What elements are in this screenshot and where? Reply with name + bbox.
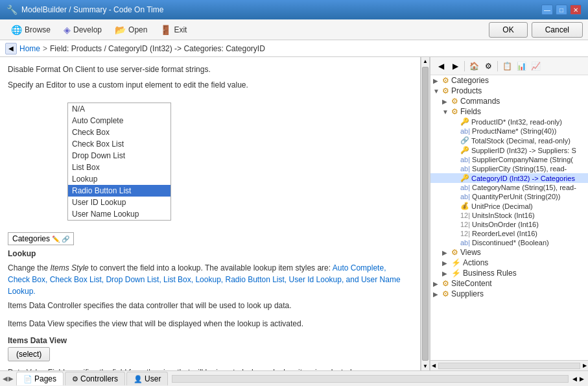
tree-item-totalstock[interactable]: 🔗 TotalStock (Decimal, read-only) [430, 136, 588, 145]
exit-menu-item[interactable]: 🚪 Exit [154, 22, 193, 38]
tree-item-suppliercompanyname[interactable]: ab| SupplierCompanyName (String( [430, 155, 588, 164]
tab-arrow-right[interactable]: ▶ [8, 375, 14, 382]
expand-businessrules[interactable]: ▶ [442, 270, 451, 277]
tree-item-productname[interactable]: ab| ProductName* (String(40)) [430, 127, 588, 136]
tab-controllers[interactable]: ⚙ Controllers [65, 372, 125, 385]
bottom-scroll-left[interactable]: ◀ [571, 374, 578, 383]
tree-item-suppliercity[interactable]: ab| SupplierCity (String(15), read- [430, 164, 588, 173]
tree-item-categoryname[interactable]: ab| CategoryName (String(15), read- [430, 183, 588, 192]
develop-label: Develop [73, 25, 102, 34]
home-link[interactable]: Home [19, 44, 40, 53]
dropdown-dropdownlist[interactable]: Drop Down List [68, 150, 171, 162]
tree-item-suppliers[interactable]: ▶ ⚙ Suppliers [430, 289, 588, 299]
expand-fields[interactable]: ▼ [442, 108, 451, 115]
tree-item-fields[interactable]: ▼ ⚙ Fields [430, 106, 588, 117]
tab-user[interactable]: 👤 User [126, 372, 168, 385]
expand-actions[interactable]: ▶ [442, 259, 451, 267]
totalstock-icon: 🔗 [460, 136, 469, 145]
maximize-button[interactable]: □ [556, 5, 567, 15]
supplierid-label: SupplierID (Int32) -> Suppliers: S [471, 147, 576, 154]
tree-item-views[interactable]: ▶ ⚙ Views [430, 247, 588, 258]
tree-item-unitprice[interactable]: 💰 UnitPrice (Decimal) [430, 201, 588, 211]
cancel-button[interactable]: Cancel [532, 22, 583, 38]
tree-item-quantityperunit[interactable]: ab| QuantityPerUnit (String(20)) [430, 192, 588, 201]
tab-pages[interactable]: 📄 Pages [16, 372, 64, 385]
items-style-dropdown[interactable]: N/A Auto Complete Check Box Check Box Li… [67, 103, 171, 221]
expand-commands[interactable]: ▶ [442, 98, 451, 105]
dropdown-autocomplete[interactable]: Auto Complete [68, 115, 171, 127]
categoryname-icon: ab| [460, 184, 470, 191]
tree-hscroll[interactable]: ◀ ▶ [430, 360, 588, 370]
dropdown-lookup[interactable]: Lookup [68, 173, 171, 185]
back-button[interactable]: ◀ [5, 43, 17, 54]
develop-menu-item[interactable]: ◈ Develop [58, 22, 108, 38]
minimize-button[interactable]: — [541, 5, 553, 15]
tree-tool-7[interactable]: 📈 [529, 60, 542, 73]
dropdown-listbox[interactable]: List Box [68, 162, 171, 173]
tree-item-businessrules[interactable]: ▶ ⚡ Business Rules [430, 268, 588, 278]
dropdown-checkbox[interactable]: Check Box [68, 127, 171, 138]
categories-label: Categories [451, 76, 489, 85]
tree-item-discontinued[interactable]: ab| Discontinued* (Boolean) [430, 238, 588, 247]
productname-label: ProductName* (String(40)) [472, 127, 556, 135]
tree-tool-5[interactable]: 📋 [500, 60, 513, 73]
close-button[interactable]: ✕ [570, 5, 582, 15]
dropdown-radiobuttonlist[interactable]: Radio Button List [68, 185, 171, 197]
develop-icon: ◈ [64, 25, 71, 35]
scroll-thumb[interactable] [422, 67, 429, 361]
reorderlevel-label: ReorderLevel (Int16) [472, 230, 537, 237]
tree-item-categoryid[interactable]: 🔑 CategoryID (Int32) -> Categories [430, 173, 588, 183]
scroll-down-btn[interactable]: ▼ [421, 362, 429, 370]
tree-item-reorderlevel[interactable]: 12| ReorderLevel (Int16) [430, 229, 588, 238]
tree-item-commands[interactable]: ▶ ⚙ Commands [430, 96, 588, 106]
expand-categories[interactable]: ▶ [433, 77, 442, 84]
bottom-hscroll[interactable] [172, 375, 569, 383]
content-area: Disable Format On Client to use server-s… [0, 57, 421, 370]
tree-tool-2[interactable]: ▶ [449, 60, 462, 73]
tab-arrow-left[interactable]: ◀ [3, 375, 8, 382]
user-label: User [145, 374, 161, 383]
controllers-label: Controllers [80, 374, 118, 383]
dropdown-useridlookup[interactable]: User ID Lookup [68, 197, 171, 208]
scroll-up-btn[interactable]: ▲ [421, 57, 429, 66]
tree-scroll-thumb[interactable] [438, 363, 580, 369]
tree-tool-6[interactable]: 📊 [515, 60, 528, 73]
suppliers-label: Suppliers [451, 289, 484, 298]
unitsonorder-icon: 12| [460, 221, 470, 228]
unitsinstock-icon: 12| [460, 211, 470, 219]
items-controller-value: Categories [12, 234, 50, 243]
items-data-view-label: Items Data View [8, 336, 407, 345]
tree-item-sitecontent[interactable]: ▶ ⚙ SiteContent [430, 278, 588, 289]
bottom-scroll-right[interactable]: ▶ [578, 374, 585, 383]
tree-item-products[interactable]: ▼ ⚙ Products [430, 86, 588, 96]
discontinued-label: Discontinued* (Boolean) [472, 239, 549, 247]
dropdown-checkboxlist[interactable]: Check Box List [68, 138, 171, 150]
edit-icon[interactable]: ✏️ [52, 235, 60, 243]
tree-scroll-left[interactable]: ◀ [430, 363, 437, 368]
browse-label: Browse [25, 25, 51, 34]
tree-item-unitsonorder[interactable]: 12| UnitsOnOrder (Int16) [430, 220, 588, 229]
tree-item-unitsinstock[interactable]: 12| UnitsInStock (Int16) [430, 211, 588, 220]
link-icon[interactable]: 🔗 [62, 235, 69, 243]
suppliers-icon: ⚙ [442, 289, 449, 298]
expand-views[interactable]: ▶ [442, 249, 451, 256]
dropdown-na[interactable]: N/A [68, 103, 171, 115]
tree-tool-3[interactable]: 🏠 [467, 60, 480, 73]
tree-item-actions[interactable]: ▶ ⚡ Actions [430, 258, 588, 268]
open-menu-item[interactable]: 📂 Open [109, 22, 153, 38]
dropdown-usernamelookup[interactable]: User Name Lookup [68, 208, 171, 220]
businessrules-icon: ⚡ [451, 269, 461, 278]
expand-sitecontent[interactable]: ▶ [433, 280, 442, 287]
tree-tool-1[interactable]: ◀ [434, 60, 447, 73]
expand-suppliers[interactable]: ▶ [433, 291, 442, 298]
expand-products[interactable]: ▼ [433, 88, 442, 95]
browse-menu-item[interactable]: 🌐 Browse [5, 22, 56, 38]
tree-item-productid[interactable]: 🔑 ProductID* (Int32, read-only) [430, 117, 588, 127]
tree-tool-4[interactable]: ⚙ [482, 60, 495, 73]
items-data-view-button[interactable]: (select) [8, 347, 50, 361]
tree-scroll-right[interactable]: ▶ [582, 363, 588, 368]
tree-item-categories[interactable]: ▶ ⚙ Categories [430, 75, 588, 86]
tree-item-supplierid[interactable]: 🔑 SupplierID (Int32) -> Suppliers: S [430, 145, 588, 155]
main-scrollbar[interactable]: ▲ ▼ [421, 57, 430, 370]
ok-button[interactable]: OK [489, 22, 527, 38]
